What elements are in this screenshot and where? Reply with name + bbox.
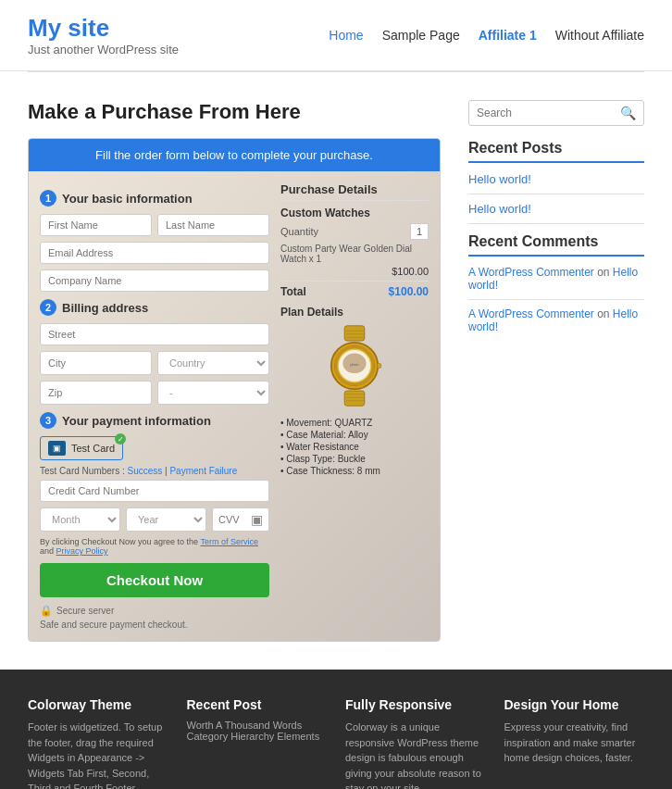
feature-item: Movement: QUARTZ <box>280 418 429 428</box>
state-select[interactable]: - <box>157 381 269 405</box>
footer-col-2: Recent Post Worth A Thousand Words Categ… <box>187 697 328 789</box>
privacy-link[interactable]: Privacy Policy <box>56 546 108 556</box>
footer-col4-text: Express your creativity, find inspiratio… <box>504 720 645 766</box>
sidebar-divider <box>468 194 644 194</box>
comment-1: A WordPress Commenter on Hello world! <box>468 266 644 292</box>
nav-sample-page[interactable]: Sample Page <box>382 28 460 43</box>
purchase-details-title: Purchase Details <box>280 182 429 201</box>
first-name-input[interactable] <box>40 214 152 236</box>
footer-col3-text: Colorway is a unique responsive WordPres… <box>345 720 486 789</box>
terms-link[interactable]: Term of Service <box>200 537 258 546</box>
email-input[interactable] <box>40 242 269 264</box>
svg-text:photo: photo <box>351 363 359 367</box>
footer-col-3: Fully Responsive Colorway is a unique re… <box>345 697 486 789</box>
sidebar-divider <box>468 223 644 224</box>
footer-col2-link2[interactable]: Category Hierarchy Elements <box>187 731 328 742</box>
watch-image: photo <box>280 324 429 410</box>
nav-affiliate1[interactable]: Affiliate 1 <box>479 28 537 43</box>
expiry-row: Month Year ▣ <box>40 507 269 532</box>
checkout-button[interactable]: Checkout Now <box>40 563 269 597</box>
section1-num: 1 <box>40 190 56 207</box>
comment-2: A WordPress Commenter on Hello world! <box>468 307 644 333</box>
section1-label: 1 Your basic information <box>40 190 269 207</box>
section2-num: 2 <box>40 299 56 316</box>
country-select[interactable]: Country <box>157 351 269 375</box>
product-name: Custom Party Wear Golden Dial Watch x 1 <box>280 244 429 264</box>
footer-col-4: Design Your Home Express your creativity… <box>504 697 645 789</box>
comment-on-1: on <box>597 266 613 279</box>
footer-col4-title: Design Your Home <box>504 697 645 712</box>
footer-col1-title: Colorway Theme <box>28 697 168 712</box>
product-price-row: $100.00 <box>280 266 429 277</box>
success-link[interactable]: Success <box>127 466 162 476</box>
feature-item: Clasp Type: Buckle <box>280 454 429 464</box>
section2-label: 2 Billing address <box>40 299 269 316</box>
main-content: Make a Purchase From Here Fill the order… <box>0 72 672 670</box>
section3-label: 3 Your payment information <box>40 412 269 429</box>
feature-item: Case Material: Alloy <box>280 430 429 440</box>
total-row: Total $100.00 <box>280 281 429 298</box>
search-icon[interactable]: 🔍 <box>620 106 636 120</box>
terms-text: By clicking Checkout Now you agree to th… <box>40 537 269 556</box>
last-name-input[interactable] <box>157 214 269 236</box>
comment-on-2: on <box>597 307 613 320</box>
nav-home[interactable]: Home <box>329 28 363 43</box>
recent-comments-title: Recent Comments <box>468 233 644 257</box>
cvv-input[interactable] <box>218 514 251 525</box>
form-section: 1 Your basic information <box>40 182 269 630</box>
credit-card-input[interactable] <box>40 480 269 502</box>
qty-value: 1 <box>410 223 429 240</box>
recent-posts-title: Recent Posts <box>468 140 644 163</box>
nav-without-affiliate[interactable]: Without Affiliate <box>555 28 644 43</box>
comment-author-1[interactable]: A WordPress Commenter <box>468 266 594 279</box>
footer: Colorway Theme Footer is widgetized. To … <box>0 670 672 789</box>
product-row: Custom Party Wear Golden Dial Watch x 1 <box>280 244 429 264</box>
main-nav: Home Sample Page Affiliate 1 Without Aff… <box>329 28 644 43</box>
plan-title: Plan Details <box>280 306 429 319</box>
payment-card[interactable]: ▣ Test Card ✓ <box>40 436 123 460</box>
company-input[interactable] <box>40 269 269 292</box>
month-select[interactable]: Month <box>40 507 120 532</box>
sidebar: 🔍 Recent Posts Hello world! Hello world!… <box>468 100 644 642</box>
site-header: My site Just another WordPress site Home… <box>0 0 672 71</box>
lock-icon: 🔒 <box>40 605 53 617</box>
content-area: Make a Purchase From Here Fill the order… <box>28 100 441 642</box>
total-price: $100.00 <box>389 285 429 298</box>
section3-num: 3 <box>40 412 56 429</box>
secure-label: Secure server <box>56 606 114 616</box>
site-title: My site <box>28 14 179 43</box>
card-icon: ▣ <box>48 441 66 456</box>
test-card-info: Test Card Numbers : Success | Payment Fa… <box>40 466 269 476</box>
failure-link[interactable]: Payment Failure <box>169 466 237 476</box>
comment-author-2[interactable]: A WordPress Commenter <box>468 307 594 320</box>
year-select[interactable]: Year <box>126 507 206 532</box>
page-title: Make a Purchase From Here <box>28 100 441 124</box>
footer-col-1: Colorway Theme Footer is widgetized. To … <box>28 697 168 789</box>
city-input[interactable] <box>40 351 152 375</box>
card-label: Test Card <box>71 443 115 454</box>
cvv-card-icon: ▣ <box>251 512 263 527</box>
recent-post-2[interactable]: Hello world! <box>468 202 644 216</box>
footer-col2-link1[interactable]: Worth A Thousand Words <box>187 720 328 731</box>
zip-input[interactable] <box>40 381 152 405</box>
footer-grid: Colorway Theme Footer is widgetized. To … <box>28 697 644 789</box>
search-input[interactable] <box>477 106 620 119</box>
feature-item: Case Thickness: 8 mm <box>280 466 429 476</box>
cvv-wrapper: ▣ <box>212 507 269 532</box>
svg-rect-5 <box>344 391 365 406</box>
check-badge: ✓ <box>115 433 126 445</box>
secure-subtext: Safe and secure payment checkout. <box>40 620 269 630</box>
secure-row: 🔒 Secure server <box>40 605 269 617</box>
qty-row: Quantity 1 <box>280 223 429 240</box>
recent-post-1[interactable]: Hello world! <box>468 172 644 186</box>
purchase-box: Fill the order form below to complete yo… <box>28 138 441 642</box>
search-box[interactable]: 🔍 <box>468 100 644 126</box>
svg-rect-0 <box>344 326 365 341</box>
street-input[interactable] <box>40 323 269 345</box>
purchase-header: Fill the order form below to complete yo… <box>29 139 440 171</box>
total-label: Total <box>280 285 306 298</box>
svg-rect-16 <box>377 363 381 368</box>
details-section: Purchase Details Custom Watches Quantity… <box>280 182 429 630</box>
site-branding: My site Just another WordPress site <box>28 14 179 56</box>
watch-svg: photo <box>317 324 392 407</box>
